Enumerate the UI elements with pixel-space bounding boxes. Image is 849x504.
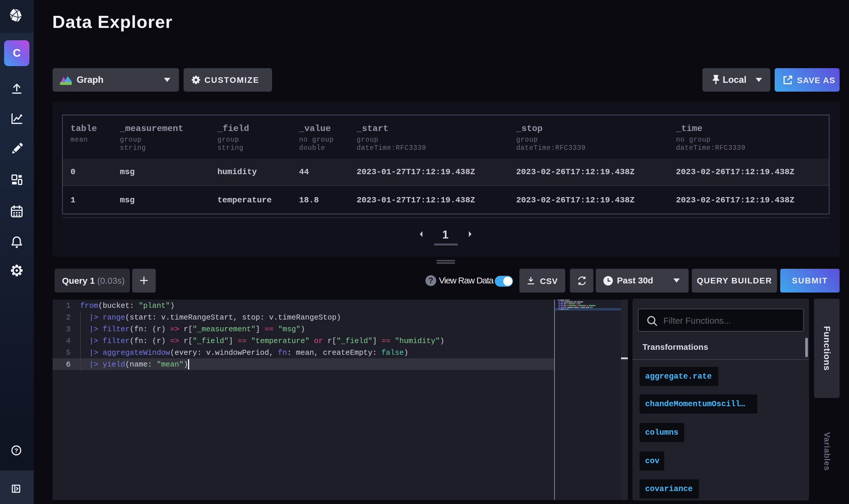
- svg-text:?: ?: [14, 447, 18, 454]
